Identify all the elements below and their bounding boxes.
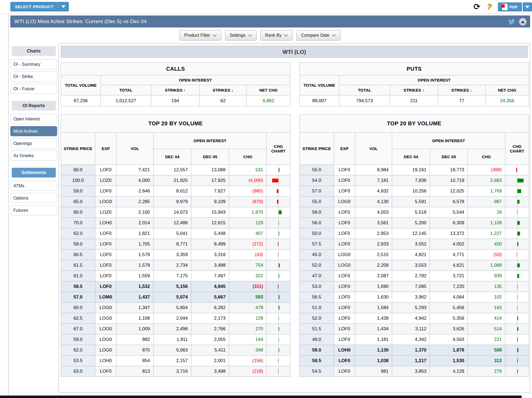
calls-top20-table: TOP 20 BY VOLUME STRIKE PRICE EXP VOL OP… (61, 114, 290, 377)
dec05-cell: 3,626 (430, 324, 468, 334)
chg-chart-cell (505, 303, 529, 313)
product-filter-button[interactable]: Product Filter (180, 30, 221, 41)
exp-cell: LOF0 (334, 239, 355, 250)
rank-by-label: Rank By (265, 33, 281, 38)
page-title: WTI (LO) Most Active Strikes: Current (D… (11, 18, 147, 24)
strike-cell: 62.0 (61, 345, 95, 356)
dec04-cell: 2,044 (153, 313, 191, 324)
sidebar-item-atms[interactable]: ATMs (10, 181, 57, 191)
dec05-cell: 1,878 (430, 345, 468, 356)
sidebar-item-oi-summary[interactable]: OI - Summary (10, 59, 57, 69)
calls-net-chg: 6,862 (247, 95, 290, 106)
positive-change-bar (517, 242, 518, 246)
chg-chart-cell (267, 260, 290, 271)
chg-cell: (4,000) (229, 175, 267, 186)
main-panel: WTI (LO) CALLS TOTAL VOLUME OPEN INTERES… (59, 43, 530, 393)
sidebar-item-open-interest[interactable]: Open Interest (10, 114, 57, 124)
table-row: 59.0LOF02,6468,6127,627(985) (61, 186, 290, 197)
exp-cell: LOG0 (334, 250, 355, 260)
positive-change-bar (279, 263, 280, 267)
open-interest-header: OPEN INTEREST (101, 75, 290, 85)
select-product-caret[interactable] (58, 2, 69, 11)
chg-chart-cell (267, 165, 290, 175)
export-dropdown-button[interactable] (523, 2, 532, 11)
calls-total-volume: 67,236 (61, 95, 101, 106)
sidebar-item-as-greeks[interactable]: As Greeks (10, 151, 57, 161)
chg-chart-header: CHG CHART (505, 133, 529, 165)
positive-change-bar (517, 338, 518, 341)
compare-date-button[interactable]: Compare Date (296, 30, 340, 41)
puts-top20-table: TOP 20 BY VOLUME STRIKE PRICE EXP VOL OP… (299, 114, 529, 377)
vol-cell: 2,014 (116, 218, 153, 228)
chg-cell: (985) (229, 186, 267, 197)
dec04-cell: 12,486 (153, 218, 191, 228)
bottom-scrollbar-strip[interactable] (0, 396, 522, 398)
sidebar-item-oi-future[interactable]: OI - Future (10, 84, 57, 94)
positive-change-bar (517, 274, 519, 278)
positive-change-bar (517, 285, 518, 288)
exp-header: EXP (95, 133, 116, 165)
table-row: 51.0LOF01,5845,2935,456163 (300, 303, 529, 313)
strike-cell: 67.0 (61, 324, 95, 334)
chg-cell: 348 (229, 345, 267, 356)
chg-chart-cell (267, 292, 290, 303)
negative-change-bar (277, 189, 278, 193)
positive-change-bar (517, 210, 518, 214)
dec04-cell: 3,112 (392, 324, 430, 334)
dec04-cell: 1,217 (392, 356, 430, 366)
vol-cell: 1,584 (355, 303, 392, 313)
chg-cell: 414 (468, 313, 505, 324)
twitter-icon[interactable] (508, 18, 516, 25)
chg-chart-cell (505, 292, 529, 303)
sidebar-header-oi-reports: OI Reports (12, 101, 56, 111)
chg-chart-cell (267, 281, 290, 292)
chg-chart-cell (267, 366, 290, 377)
table-row: 58.0LOF04,0535,5185,54426 (300, 207, 529, 218)
negative-change-bar (278, 253, 278, 257)
pdf-button[interactable]: PDF (498, 2, 522, 11)
puts-total-volume: 89,007 (300, 95, 339, 106)
vol-header: VOL (116, 133, 153, 165)
table-row: 59.0LOG08821,9112,055144 (61, 334, 290, 345)
dec05-cell: 4,064 (430, 292, 468, 303)
strike-cell: 59.0 (61, 186, 95, 197)
exp-cell: LOF0 (95, 228, 116, 239)
chg-cell: 129 (229, 218, 267, 228)
strike-cell: 54.5 (300, 366, 334, 377)
dec04-cell: 7,085 (392, 281, 430, 292)
exp-cell: LOG0 (334, 197, 355, 207)
dec05-cell: 7,220 (430, 281, 468, 292)
strike-cell: 49.0 (300, 334, 334, 345)
chg-chart-cell (505, 324, 529, 334)
dec05-cell: 2,173 (191, 313, 229, 324)
help-icon[interactable]: ? (487, 2, 492, 11)
rank-by-button[interactable]: Rank By (260, 30, 293, 41)
vol-cell: 1,108 (116, 313, 153, 324)
vol-cell: 3,561 (355, 218, 392, 228)
exp-cell: LOG0 (95, 345, 116, 356)
exp-cell: LOF0 (95, 239, 116, 250)
refresh-icon[interactable]: ⟳ (473, 2, 480, 12)
vol-cell: 813 (116, 366, 153, 377)
sidebar-item-openings[interactable]: Openings (10, 138, 57, 148)
strike-cell: 45.0 (300, 250, 334, 260)
vol-cell: 1,821 (116, 228, 153, 239)
sidebar-item-futures[interactable]: Futures (10, 205, 57, 215)
exp-cell: LOF0 (334, 175, 355, 186)
chg-cell: 270 (229, 324, 267, 334)
positive-change-bar (517, 200, 519, 204)
vol-cell: 2,515 (355, 250, 392, 260)
positive-change-bar (279, 210, 282, 214)
chg-cell: (218) (229, 366, 267, 377)
chevron-down-icon (213, 34, 217, 37)
dec05-cell: 3,316 (191, 250, 229, 260)
sidebar-item-oi-strike[interactable]: OI - Strike (10, 71, 57, 82)
chevron-down-icon (332, 34, 336, 37)
sidebar-item-options[interactable]: Options (10, 193, 57, 203)
positive-change-bar (279, 232, 279, 235)
select-product-button[interactable]: SELECT PRODUCT (10, 2, 69, 11)
sidebar-item-most-actives[interactable]: Most Actives (10, 126, 57, 136)
strike-cell: 53.0 (300, 281, 334, 292)
settings-button[interactable]: Settings (225, 30, 257, 41)
collapse-panel-button[interactable] (519, 18, 527, 26)
